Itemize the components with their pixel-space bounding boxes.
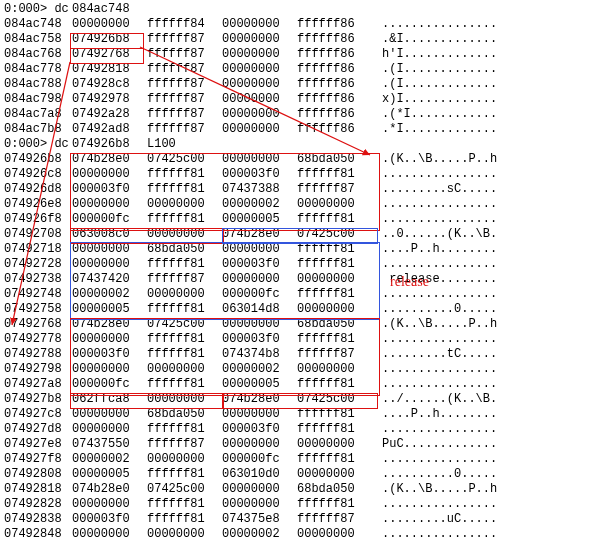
hex-row: 0749279800000000000000000000000200000000… xyxy=(4,362,589,377)
addr-col: 07492728 xyxy=(4,257,72,272)
addr-col: 074926b8 xyxy=(4,152,72,167)
hex-col: 00000000 xyxy=(72,362,147,377)
hex-col: 000000fc xyxy=(222,452,297,467)
hex-col: 07492818 xyxy=(72,62,147,77)
hex-col: 00000005 xyxy=(222,377,297,392)
addr-col: 074926c8 xyxy=(4,167,72,182)
hex-col: 00000000 xyxy=(147,362,222,377)
hex-col: 074374b8 xyxy=(222,347,297,362)
addr-col: 07492848 xyxy=(4,527,72,540)
hex-col: ffffff81 xyxy=(297,242,372,257)
hex-col: ffffff86 xyxy=(297,62,372,77)
hex-col: 07425c00 xyxy=(297,227,372,242)
hex-row: 0:000> dc074926b8L100 xyxy=(4,137,589,152)
hex-col: 00000000 xyxy=(72,497,147,512)
addr-col: 07492808 xyxy=(4,467,72,482)
hex-col: 00000000 xyxy=(222,32,297,47)
addr-col: 074927b8 xyxy=(4,392,72,407)
hex-col: ffffff81 xyxy=(297,287,372,302)
hex-row: 0749280800000005ffffff81063010d000000000… xyxy=(4,467,589,482)
hex-row: 074927d800000000ffffff81000003f0ffffff81… xyxy=(4,422,589,437)
hex-row: 074927e807437550ffffff870000000000000000… xyxy=(4,437,589,452)
hex-col: 00000000 xyxy=(222,17,297,32)
hex-col: ffffff87 xyxy=(147,47,222,62)
hex-row: 074926d8000003f0ffffff8107437388ffffff87… xyxy=(4,182,589,197)
addr-col: 074926e8 xyxy=(4,197,72,212)
ascii-col: .(K..\B.....P..h xyxy=(372,317,497,332)
hex-col: 00000000 xyxy=(297,437,372,452)
ascii-col: ................ xyxy=(372,377,497,392)
ascii-col: .(*I............ xyxy=(372,107,497,122)
hex-col: ffffff86 xyxy=(297,17,372,32)
hex-row: 084ac758074926b8ffffff8700000000ffffff86… xyxy=(4,32,589,47)
hex-col: ffffff87 xyxy=(297,182,372,197)
hex-col: 000000fc xyxy=(72,212,147,227)
hex-row: 084ac7a807492a28ffffff8700000000ffffff86… xyxy=(4,107,589,122)
ascii-col: .&I............. xyxy=(372,32,497,47)
hex-col: 07492ad8 xyxy=(72,122,147,137)
hex-col: 00000000 xyxy=(72,197,147,212)
hex-row: 074926f8000000fcffffff8100000005ffffff81… xyxy=(4,212,589,227)
ascii-col: ................ xyxy=(372,527,497,540)
hex-col: 00000000 xyxy=(222,62,297,77)
hex-col: 00000000 xyxy=(297,197,372,212)
hex-row: 084ac76807492768ffffff8700000000ffffff86… xyxy=(4,47,589,62)
ascii-col: ..........0..... xyxy=(372,302,497,317)
hex-col: 000000fc xyxy=(222,287,297,302)
hex-col: ffffff81 xyxy=(297,452,372,467)
hex-col: 00000000 xyxy=(222,272,297,287)
hex-row: 074927480000000200000000000000fcffffff81… xyxy=(4,287,589,302)
hex-col: 063008c0 xyxy=(72,227,147,242)
hex-col: 07425c00 xyxy=(297,392,372,407)
hex-col: 00000000 xyxy=(72,242,147,257)
hex-col: 00000000 xyxy=(222,317,297,332)
hex-col: 00000000 xyxy=(222,77,297,92)
hex-row: 0749282800000000ffffff8100000000ffffff81… xyxy=(4,497,589,512)
hex-col: 00000000 xyxy=(222,92,297,107)
hex-row: 0749275800000005ffffff81063014d800000000… xyxy=(4,302,589,317)
hex-col: 00000000 xyxy=(222,47,297,62)
addr-col: 074926d8 xyxy=(4,182,72,197)
hex-col: ffffff81 xyxy=(147,212,222,227)
addr-col: 084ac788 xyxy=(4,77,72,92)
hex-col: 00000000 xyxy=(72,257,147,272)
addr-col: 07492768 xyxy=(4,317,72,332)
hex-col: 074b28e0 xyxy=(222,392,297,407)
ascii-col: .........tC..... xyxy=(372,347,497,362)
hex-col: 07437420 xyxy=(72,272,147,287)
hex-col: ffffff81 xyxy=(297,377,372,392)
ascii-col: ................ xyxy=(372,452,497,467)
ascii-col: ....P..h........ xyxy=(372,242,497,257)
hex-col: 07425c00 xyxy=(147,152,222,167)
hex-col: ffffff87 xyxy=(297,347,372,362)
addr-col: 084ac778 xyxy=(4,62,72,77)
hex-col: 063010d0 xyxy=(222,467,297,482)
ascii-col: ................ xyxy=(372,422,497,437)
hex-col: ffffff86 xyxy=(297,122,372,137)
addr-col: 084ac7b8 xyxy=(4,122,72,137)
addr-col: 07492718 xyxy=(4,242,72,257)
addr-col: 074927a8 xyxy=(4,377,72,392)
ascii-col: ../......(K..\B. xyxy=(372,392,497,407)
hex-row: 07492788000003f0ffffff81074374b8ffffff87… xyxy=(4,347,589,362)
hex-col: 00000000 xyxy=(222,122,297,137)
hex-col: ffffff87 xyxy=(147,62,222,77)
hex-row: 084ac74800000000ffffff8400000000ffffff86… xyxy=(4,17,589,32)
hex-col: 00000000 xyxy=(297,467,372,482)
hex-col: ffffff87 xyxy=(147,77,222,92)
hex-row: 07492708063008c000000000074b28e007425c00… xyxy=(4,227,589,242)
hex-row: 07492768074b28e007425c000000000068bda050… xyxy=(4,317,589,332)
hex-row: 074926e800000000000000000000000200000000… xyxy=(4,197,589,212)
addr-col: 07492788 xyxy=(4,347,72,362)
hex-col: 084ac748 xyxy=(72,2,147,17)
addr-col: 084ac758 xyxy=(4,32,72,47)
hex-col: 07437388 xyxy=(222,182,297,197)
hex-col: 00000002 xyxy=(222,197,297,212)
hex-row: 0:000> dc084ac748 xyxy=(4,2,589,17)
hex-col: 68bda050 xyxy=(297,152,372,167)
ascii-col: ..0......(K..\B. xyxy=(372,227,497,242)
hex-col: ffffff87 xyxy=(147,92,222,107)
hex-col: ffffff81 xyxy=(147,257,222,272)
addr-col: 07492778 xyxy=(4,332,72,347)
hex-col: 07425c00 xyxy=(147,482,222,497)
